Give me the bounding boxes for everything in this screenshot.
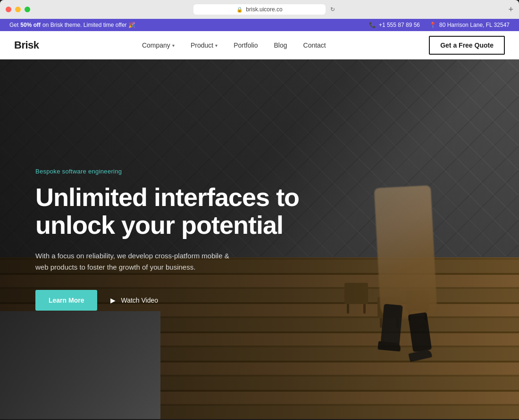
- promo-contact-info: 📞 +1 555 87 89 56 📍 80 Harrison Lane, FL…: [369, 22, 510, 28]
- nav-blog-label: Blog: [274, 41, 287, 49]
- url-bar[interactable]: 🔒 brisk.uicore.co: [193, 4, 326, 15]
- nav-company-label: Company: [142, 41, 170, 49]
- nav-product-label: Product: [191, 41, 213, 49]
- cta-quote-button[interactable]: Get a Free Quote: [429, 36, 505, 55]
- phone-icon: 📞: [369, 22, 376, 28]
- hero-section: Bespoke software engineering Unlimited i…: [0, 59, 519, 419]
- nav-links: Company ▾ Product ▾ Portfolio Blog Conta…: [135, 38, 333, 53]
- hero-subtitle: With a focus on reliability, we develop …: [35, 250, 238, 273]
- lock-icon: 🔒: [236, 7, 243, 13]
- hero-title-line2: unlock your potential: [35, 211, 283, 239]
- watch-video-label: Watch Video: [121, 296, 158, 304]
- nav-contact-label: Contact: [303, 41, 326, 49]
- hero-title-line1: Unlimited interfaces to: [35, 183, 299, 211]
- traffic-light-close[interactable]: [6, 7, 11, 12]
- promo-text: Get 50% off on Brisk theme. Limited time…: [9, 22, 135, 28]
- reload-icon[interactable]: ↻: [330, 6, 335, 13]
- promo-banner: Get 50% off on Brisk theme. Limited time…: [0, 19, 519, 31]
- brand-logo[interactable]: Brisk: [14, 39, 39, 51]
- location-icon: 📍: [429, 22, 436, 28]
- traffic-light-minimize[interactable]: [15, 7, 21, 12]
- promo-bold: 50% off: [20, 22, 41, 28]
- nav-item-portfolio[interactable]: Portfolio: [227, 38, 264, 53]
- nav-item-contact[interactable]: Contact: [297, 38, 333, 53]
- navbar: Brisk Company ▾ Product ▾ Portfolio Blog…: [0, 31, 519, 59]
- nav-portfolio-label: Portfolio: [234, 41, 258, 49]
- hero-content: Bespoke software engineering Unlimited i…: [35, 168, 299, 311]
- promo-address: 📍 80 Harrison Lane, FL 32547: [429, 22, 510, 28]
- phone-number: +1 555 87 89 56: [379, 22, 420, 28]
- nav-item-product[interactable]: Product ▾: [184, 38, 224, 53]
- promo-suffix: on Brisk theme. Limited time offer 🎉: [42, 22, 135, 28]
- window-chrome: 🔒 brisk.uicore.co ↻ +: [0, 0, 519, 19]
- hero-title: Unlimited interfaces to unlock your pote…: [35, 183, 299, 239]
- chevron-down-icon-2: ▾: [215, 43, 218, 48]
- hero-tagline: Bespoke software engineering: [35, 168, 299, 175]
- traffic-light-fullscreen[interactable]: [25, 7, 30, 12]
- nav-item-blog[interactable]: Blog: [267, 38, 293, 53]
- url-text: brisk.uicore.co: [246, 6, 282, 13]
- chevron-down-icon: ▾: [172, 43, 175, 48]
- learn-more-button[interactable]: Learn More: [35, 290, 97, 311]
- promo-phone: 📞 +1 555 87 89 56: [369, 22, 420, 28]
- promo-prefix: Get: [9, 22, 18, 28]
- play-icon: ▶: [109, 296, 117, 305]
- address-text: 80 Harrison Lane, FL 32547: [439, 22, 510, 28]
- nav-item-company[interactable]: Company ▾: [135, 38, 181, 53]
- watch-video-button[interactable]: ▶ Watch Video: [109, 296, 158, 305]
- hero-actions: Learn More ▶ Watch Video: [35, 290, 299, 311]
- new-tab-button[interactable]: +: [508, 5, 513, 15]
